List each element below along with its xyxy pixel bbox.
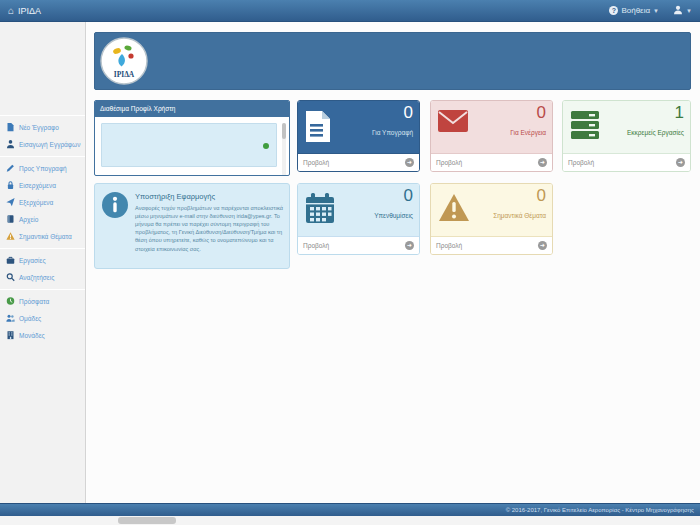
scrollbar-thumb[interactable] <box>282 123 286 139</box>
book-icon <box>6 214 15 225</box>
circle-arrow-icon: ➜ <box>538 158 547 167</box>
irida-logo: ΙΡΙΔΑ <box>100 37 148 85</box>
tasks-icon <box>570 110 600 140</box>
divider <box>0 248 85 249</box>
pending-tasks-label: Εκκρεμείς Εργασίες <box>627 129 684 136</box>
important-topics-count: 0 <box>537 186 546 206</box>
footer-bar: © 2016-2017, Γενικό Επιτελείο Αεροπορίας… <box>0 503 700 516</box>
circle-arrow-icon: ➜ <box>538 241 547 250</box>
divider <box>0 289 85 290</box>
document-icon <box>305 110 331 143</box>
support-panel: Υποστήριξη Εφαρμογής Αναφορές τυχόν προβ… <box>94 183 290 269</box>
sidebar-item-archive[interactable]: Αρχείο <box>0 211 85 228</box>
calendar-icon <box>305 193 335 224</box>
scrollbar-thumb[interactable] <box>118 517 176 524</box>
circle-arrow-icon: ➜ <box>405 158 414 167</box>
horizontal-scrollbar[interactable] <box>0 516 700 525</box>
reminders-count: 0 <box>404 186 413 206</box>
send-icon <box>6 197 15 208</box>
chevron-down-icon: ▼ <box>686 8 692 14</box>
svg-text:ΙΡΙΔΑ: ΙΡΙΔΑ <box>114 70 135 79</box>
sidebar-item-new-document[interactable]: Νέο Έγγραφο <box>0 119 85 136</box>
chevron-down-icon: ▼ <box>653 8 659 14</box>
user-menu[interactable]: ▼ <box>673 5 692 17</box>
user-icon <box>673 5 683 17</box>
sidebar-item-import-documents[interactable]: Εισαγωγή Εγγράφων <box>0 136 85 153</box>
sidebar-item-recent[interactable]: Πρόσφατα <box>0 293 85 310</box>
copyright-text: © 2016-2017, Γενικό Επιτελείο Αεροπορίας… <box>506 507 694 513</box>
search-icon <box>6 272 15 283</box>
for-action-count: 0 <box>537 103 546 123</box>
circle-arrow-icon: ➜ <box>405 241 414 250</box>
for-signature-label: Για Υπογραφή <box>372 129 413 136</box>
header-banner: ΙΡΙΔΑ <box>94 32 691 90</box>
help-label: Βοήθεια <box>621 6 650 15</box>
top-navbar: ⌂ ΙΡΙΔΑ ? Βοήθεια ▼ ▼ <box>0 0 700 22</box>
divider <box>0 115 85 116</box>
important-topics-view-button[interactable]: Προβολή ➜ <box>431 236 552 254</box>
reminders-label: Υπενθυμίσεις <box>374 212 413 219</box>
main-content: ΙΡΙΔΑ Διαθέσιμα Προφίλ Χρήστη <box>87 22 700 503</box>
divider <box>0 156 85 157</box>
people-icon <box>6 313 15 324</box>
circle-arrow-icon: ➜ <box>676 158 685 167</box>
building-icon <box>6 330 15 341</box>
profiles-panel: Διαθέσιμα Προφίλ Χρήστη <box>94 100 290 176</box>
for-signature-view-button[interactable]: Προβολή ➜ <box>298 153 419 171</box>
pencil-icon <box>6 163 15 174</box>
import-documents-icon <box>6 139 15 150</box>
brand-label: ΙΡΙΔΑ <box>18 6 41 16</box>
sidebar: Νέο Έγγραφο Εισαγωγή Εγγράφων Προς Υπογρ… <box>0 22 86 503</box>
sidebar-item-incoming[interactable]: Εισερχόμενα <box>0 177 85 194</box>
sidebar-item-groups[interactable]: Ομάδες <box>0 310 85 327</box>
support-title: Υποστήριξη Εφαρμογής <box>135 192 283 201</box>
sidebar-item-important-topics[interactable]: Σημαντικά Θέματα <box>0 228 85 245</box>
sidebar-item-units[interactable]: Μονάδες <box>0 327 85 344</box>
info-icon <box>102 192 128 262</box>
sidebar-item-outgoing[interactable]: Εξερχόμενα <box>0 194 85 211</box>
card-important-topics: 0 Σημαντικά Θέματα Προβολή ➜ <box>430 183 553 255</box>
sidebar-item-for-signature[interactable]: Προς Υπογραφή <box>0 160 85 177</box>
profiles-panel-title: Διαθέσιμα Προφίλ Χρήστη <box>95 101 289 117</box>
profiles-scrollbar[interactable] <box>282 123 286 176</box>
help-menu[interactable]: ? Βοήθεια ▼ <box>609 6 659 15</box>
warning-icon <box>6 231 15 242</box>
card-for-action: 0 Για Ενέργεια Προβολή ➜ <box>430 100 553 172</box>
sidebar-item-tasks[interactable]: Εργασίες <box>0 252 85 269</box>
card-pending-tasks: 1 Εκκρεμείς Εργασίες Προβολή ➜ <box>562 100 691 172</box>
warning-icon <box>438 193 470 223</box>
clock-icon <box>6 296 15 307</box>
for-signature-count: 0 <box>404 103 413 123</box>
important-topics-label: Σημαντικά Θέματα <box>493 212 546 219</box>
for-action-label: Για Ενέργεια <box>510 129 546 136</box>
card-reminders: 0 Υπενθυμίσεις Προβολή ➜ <box>297 183 420 255</box>
irida-dashboard: ⌂ ΙΡΙΔΑ ? Βοήθεια ▼ ▼ Νέο Έγγραφο <box>0 0 700 525</box>
new-document-icon <box>6 122 15 133</box>
reminders-view-button[interactable]: Προβολή ➜ <box>298 236 419 254</box>
envelope-icon <box>438 110 468 132</box>
home-link[interactable]: ⌂ ΙΡΙΔΑ <box>8 6 41 16</box>
home-icon: ⌂ <box>8 6 14 16</box>
support-body: Αναφορές τυχόν προβλημάτων να παρέχονται… <box>135 204 283 253</box>
profile-entry[interactable] <box>101 123 277 167</box>
briefcase-icon <box>6 255 15 266</box>
sidebar-item-searches[interactable]: Αναζητήσεις <box>0 269 85 286</box>
card-for-signature: 0 Για Υπογραφή Προβολή ➜ <box>297 100 420 172</box>
pending-tasks-count: 1 <box>675 103 684 123</box>
help-icon: ? <box>609 6 618 15</box>
profile-status-dot <box>263 143 269 149</box>
lock-icon <box>6 180 15 191</box>
pending-tasks-view-button[interactable]: Προβολή ➜ <box>563 153 690 171</box>
for-action-view-button[interactable]: Προβολή ➜ <box>431 153 552 171</box>
